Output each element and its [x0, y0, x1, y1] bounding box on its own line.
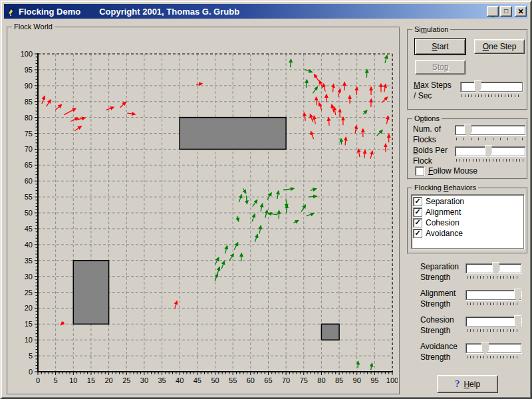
flocking-behaviors-label: Flocking Behaviors	[412, 184, 478, 192]
boid-arrow	[283, 189, 294, 190]
boid-arrow	[255, 235, 257, 242]
svg-text:85: 85	[25, 98, 33, 106]
svg-text:50: 50	[211, 376, 219, 384]
titlebar[interactable]: Flocking Demo Copyright 2001, Thomas G. …	[4, 4, 528, 19]
behavior-checkbox[interactable]: ✓	[413, 218, 422, 227]
svg-text:55: 55	[229, 376, 237, 384]
minimize-button[interactable]: _	[487, 6, 499, 17]
follow-mouse-checkbox[interactable]	[415, 166, 424, 176]
behavior-item[interactable]: ✓Cohesion	[413, 217, 522, 228]
help-icon: ?	[455, 378, 460, 390]
help-button[interactable]: ? Help	[437, 375, 498, 393]
boids-per-flock-slider[interactable]	[455, 146, 525, 163]
svg-text:40: 40	[25, 241, 33, 249]
slider-ticks	[467, 303, 520, 305]
boid-arrow	[313, 87, 317, 94]
window-subtitle: Copyright 2001, Thomas G. Grubb	[99, 7, 239, 17]
boid-arrow	[252, 214, 255, 221]
slider-track[interactable]	[466, 290, 521, 300]
follow-mouse-checkbox-row[interactable]: Follow Mouse	[415, 166, 477, 176]
svg-text:15: 15	[87, 376, 95, 384]
svg-text:60: 60	[247, 376, 255, 384]
slider-thumb[interactable]	[514, 289, 521, 302]
slider-ticks	[467, 276, 520, 279]
behaviors-listbox[interactable]: ✓Separation✓Alignment✓Cohesion✓Avoidance	[411, 194, 524, 249]
boid-arrow	[127, 113, 135, 114]
svg-text:30: 30	[140, 376, 148, 384]
boid-arrow	[221, 261, 224, 269]
boid-arrow	[364, 150, 365, 158]
behavior-item[interactable]: ✓Avoidance	[413, 228, 522, 239]
behavior-label: Cohesion	[426, 218, 460, 227]
slider-track[interactable]	[460, 82, 523, 92]
svg-text:15: 15	[25, 320, 33, 328]
boid-arrow	[319, 80, 323, 88]
alignment-strength-label: AlignmentStrength	[420, 288, 456, 309]
slider-thumb[interactable]	[481, 342, 489, 355]
avoidance-strength-slider[interactable]	[466, 342, 521, 360]
svg-text:90: 90	[25, 82, 33, 90]
svg-text:80: 80	[25, 114, 33, 122]
options-group: Options Num. of Flocks Boids Per Flock F…	[407, 118, 528, 180]
behavior-checkbox[interactable]: ✓	[413, 229, 422, 238]
close-button[interactable]: ✕	[515, 6, 527, 17]
slider-track[interactable]	[466, 343, 521, 353]
behavior-checkbox[interactable]: ✓	[413, 197, 422, 206]
behavior-label: Avoidance	[426, 229, 463, 238]
max-steps-label: Max Steps / Sec	[414, 80, 452, 101]
num-flocks-slider[interactable]	[455, 124, 525, 142]
one-step-button[interactable]: One Step	[474, 39, 525, 54]
obstacle-rect	[180, 118, 286, 150]
slider-thumb[interactable]	[485, 145, 492, 158]
slider-thumb[interactable]	[474, 80, 481, 94]
boid-arrow	[77, 118, 85, 119]
slider-thumb[interactable]	[514, 315, 521, 329]
start-button[interactable]: Start	[415, 39, 466, 55]
svg-text:90: 90	[353, 376, 361, 384]
svg-text:85: 85	[335, 376, 343, 384]
flock-world-plot: 0055101015152020252530303535404045455050…	[8, 28, 398, 392]
boid-arrow	[106, 107, 114, 110]
cohesion-strength-slider[interactable]	[466, 316, 521, 333]
svg-text:5: 5	[29, 352, 33, 360]
svg-text:95: 95	[370, 376, 378, 384]
boid-arrow	[64, 108, 76, 114]
boid-arrow	[382, 97, 387, 102]
close-icon: ✕	[517, 8, 523, 15]
boid-arrow	[234, 243, 237, 250]
boid-arrow	[329, 118, 329, 126]
app-icon[interactable]	[5, 6, 16, 17]
alignment-strength-slider[interactable]	[466, 289, 521, 307]
obstacle-rect	[321, 324, 339, 340]
boid-arrow	[291, 59, 291, 67]
slider-thumb[interactable]	[492, 262, 499, 275]
svg-text:0: 0	[36, 376, 40, 384]
slider-thumb[interactable]	[464, 124, 471, 137]
boid-arrow	[385, 55, 387, 63]
boid-arrow	[314, 74, 319, 81]
svg-text:70: 70	[282, 376, 290, 384]
boid-arrow	[175, 301, 177, 309]
maximize-icon: □	[504, 8, 508, 15]
num-flocks-label: Num. of Flocks	[413, 124, 441, 145]
svg-text:70: 70	[25, 145, 33, 153]
behavior-item[interactable]: ✓Separation	[413, 196, 522, 207]
boid-arrow	[358, 149, 360, 157]
max-steps-slider[interactable]	[460, 81, 523, 98]
boid-arrow	[120, 102, 126, 107]
behavior-item[interactable]: ✓Alignment	[413, 207, 522, 217]
boid-arrow	[267, 193, 271, 200]
boid-arrow	[74, 126, 81, 131]
svg-text:5: 5	[54, 376, 58, 384]
maximize-button[interactable]: □	[500, 6, 512, 17]
boid-arrow	[217, 267, 220, 275]
boid-arrow	[246, 196, 247, 203]
slider-track[interactable]	[466, 317, 521, 327]
separation-strength-slider[interactable]	[466, 263, 521, 280]
slider-ticks	[456, 138, 524, 140]
behavior-checkbox[interactable]: ✓	[413, 207, 422, 217]
svg-text:75: 75	[300, 376, 308, 384]
stop-button[interactable]: Stop	[415, 60, 466, 74]
simulation-group: Simulation Start One Step Stop Max Steps…	[407, 29, 528, 110]
boid-arrow	[253, 200, 257, 207]
